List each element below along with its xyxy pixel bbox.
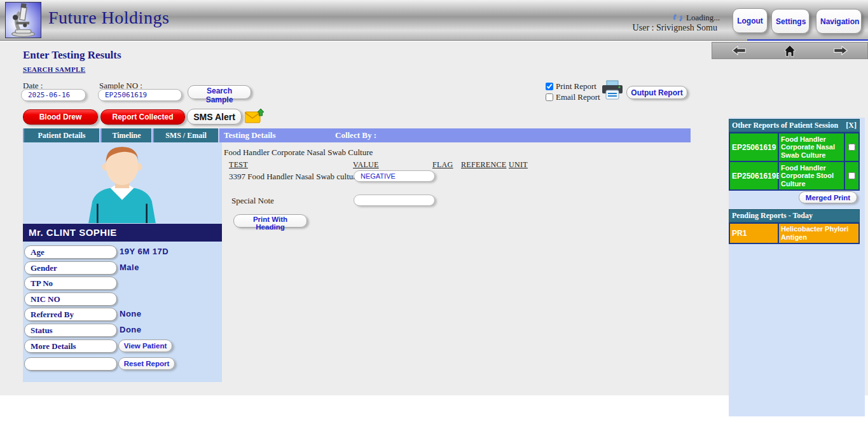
test-value-input[interactable] <box>354 170 435 182</box>
loading-spinner-icon <box>673 13 683 23</box>
report-name: Food Handler Corporate Nasal Swab Cultur… <box>779 133 845 162</box>
sms-alert-button[interactable]: SMS Alert <box>187 109 242 125</box>
other-report-row[interactable]: EP25061619B Food Handler Corporate Stool… <box>730 162 860 191</box>
status-value: Done <box>120 325 142 334</box>
pending-report-row[interactable]: PR1 Helicobacter Phylori Antigen <box>730 224 860 244</box>
pending-report-id: PR1 <box>730 224 779 244</box>
column-flag: FLAG <box>432 160 453 170</box>
microscope-icon <box>6 3 41 38</box>
collect-by-label: Collect By : <box>335 128 376 142</box>
patient-avatar <box>65 146 179 223</box>
patient-field-row: Gender Male <box>23 261 222 275</box>
settings-button[interactable]: Settings <box>771 9 809 34</box>
reports-sidebar: Other Reports of Patient Session [X] EP2… <box>729 118 865 416</box>
close-icon[interactable]: [X] <box>846 120 857 132</box>
testing-details-label: Testing Details <box>224 128 276 142</box>
date-input[interactable] <box>21 89 86 101</box>
screen: Future Holdings Loading... User : Srivig… <box>0 0 868 431</box>
pending-reports-table: PR1 Helicobacter Phylori Antigen <box>729 222 860 244</box>
output-report-button[interactable]: Output Report <box>626 86 687 99</box>
view-patient-button[interactable]: View Patient <box>118 339 172 352</box>
other-report-row[interactable]: EP25061619 Food Handler Corporate Nasal … <box>730 133 860 162</box>
test-row-name: 3397 Food Handler Nasal Swab culture <box>229 172 359 182</box>
column-reference: REFERENCE <box>461 160 506 170</box>
print-with-heading-button[interactable]: Print With Heading <box>233 214 307 228</box>
report-id: EP25061619 <box>730 133 779 162</box>
test-panel-title: Food Handler Corporate Nasal Swab Cultur… <box>224 147 373 158</box>
tab-bar: Patient Details Timeline SMS / Email Tes… <box>23 128 691 142</box>
referred-by-label: Referred By <box>24 308 117 321</box>
tab-patient-details[interactable]: Patient Details <box>24 128 100 142</box>
header-accent-line <box>747 39 868 41</box>
other-reports-header: Other Reports of Patient Session [X] <box>729 119 860 132</box>
logout-button[interactable]: Logout <box>733 8 768 33</box>
report-select-checkbox[interactable] <box>848 172 855 179</box>
gender-label: Gender <box>24 261 117 275</box>
status-label: Status <box>24 324 117 337</box>
report-name: Food Handler Corporate Stool Culture <box>779 162 845 191</box>
more-details-label: More Details <box>24 339 117 353</box>
patient-field-row: NIC NO <box>23 292 222 306</box>
print-report-label: Print Report <box>556 81 596 92</box>
report-select-checkbox[interactable] <box>848 144 855 151</box>
gender-value: Male <box>120 263 139 272</box>
patient-field-row: Referred By None <box>23 308 222 321</box>
email-report-checkbox[interactable] <box>546 93 553 101</box>
search-sample-button[interactable]: Search Sample <box>188 85 251 99</box>
page-title: Enter Testing Results <box>23 49 121 62</box>
app-header: Future Holdings Loading... User : Srivig… <box>0 0 868 41</box>
age-value: 19Y 6M 17D <box>120 247 169 256</box>
print-report-checkbox[interactable] <box>546 83 553 90</box>
search-sample-link[interactable]: SEARCH SAMPLE <box>23 65 85 73</box>
pending-reports-title: Pending Reports - Today <box>732 210 813 222</box>
loading-indicator: Loading... <box>673 13 720 23</box>
merged-print-button[interactable]: Merged Print <box>799 191 857 203</box>
referred-by-value: None <box>120 309 142 318</box>
email-report-label: Email Report <box>556 92 600 102</box>
tab-sms-email[interactable]: SMS / Email <box>154 128 219 142</box>
reset-report-button[interactable]: Reset Report <box>118 357 175 370</box>
patient-field-row: Age 19Y 6M 17D <box>23 245 222 259</box>
navigation-button[interactable]: Navigation <box>816 9 862 34</box>
patient-field-row: Reset Report <box>23 357 222 371</box>
report-collected-button[interactable]: Report Collected <box>100 109 185 125</box>
patient-field-row: More Details View Patient <box>23 339 222 353</box>
special-note-label: Special Note <box>231 196 274 206</box>
forward-arrow-icon[interactable] <box>833 46 848 55</box>
other-reports-title: Other Reports of Patient Session <box>732 120 838 132</box>
tp-no-label: TP No <box>24 277 117 290</box>
back-arrow-icon[interactable] <box>731 46 747 55</box>
other-reports-table: EP25061619 Food Handler Corporate Nasal … <box>729 132 860 191</box>
nic-no-label: NIC NO <box>24 292 117 306</box>
pending-reports-header: Pending Reports - Today <box>729 209 860 222</box>
patient-name: Mr. CLINT SOPHIE <box>23 224 222 242</box>
sample-no-input[interactable] <box>98 89 182 101</box>
pending-report-name: Helicobacter Phylori Antigen <box>779 224 860 244</box>
app-title: Future Holdings <box>48 8 169 28</box>
microscope-logo <box>5 2 41 38</box>
special-note-input[interactable] <box>354 195 435 206</box>
email-report-option[interactable]: Email Report <box>546 92 600 102</box>
age-label: Age <box>24 245 117 259</box>
patient-field-row: TP No <box>23 277 222 290</box>
patient-panel: Mr. CLINT SOPHIE Age 19Y 6M 17D Gender M… <box>23 142 222 382</box>
column-unit: UNIT <box>509 160 528 170</box>
column-test: TEST <box>229 160 248 170</box>
home-icon[interactable] <box>783 44 797 57</box>
printer-icon <box>602 80 623 101</box>
report-checkbox-cell <box>845 162 860 191</box>
loading-text: Loading... <box>686 13 720 23</box>
patient-field-row: Status Done <box>23 324 222 337</box>
history-navbar <box>712 42 868 59</box>
send-email-icon[interactable] <box>245 109 264 124</box>
column-value: VALUE <box>353 160 379 170</box>
report-checkbox-cell <box>845 133 860 162</box>
blood-drew-button[interactable]: Blood Drew <box>23 109 98 125</box>
print-report-option[interactable]: Print Report <box>546 81 596 92</box>
empty-label-pill <box>24 357 117 371</box>
report-id: EP25061619B <box>730 162 779 191</box>
tab-timeline[interactable]: Timeline <box>102 128 153 142</box>
user-label: User : Srivignesh Somu <box>633 23 717 33</box>
